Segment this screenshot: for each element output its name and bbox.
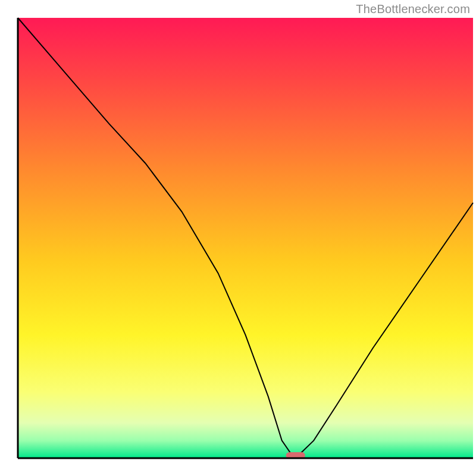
plot-area	[18, 18, 473, 459]
chart-svg	[0, 0, 476, 476]
chart-background	[18, 18, 473, 458]
bottleneck-chart: TheBottlenecker.com	[0, 0, 476, 476]
